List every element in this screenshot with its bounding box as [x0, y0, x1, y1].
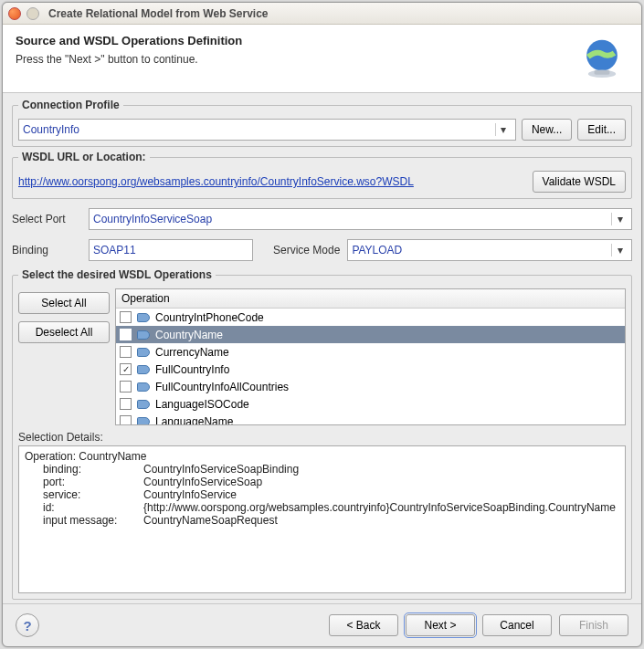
cancel-button[interactable]: Cancel [482, 614, 552, 636]
operation-label: CurrencyName [155, 346, 229, 359]
operation-icon [137, 400, 150, 409]
next-button[interactable]: Next > [406, 614, 475, 636]
globe-icon [577, 34, 627, 83]
operation-checkbox[interactable] [120, 381, 132, 393]
binding-label: Binding [12, 244, 81, 256]
footer: ? < Back Next > Cancel Finish [3, 603, 641, 646]
operation-icon [137, 382, 150, 392]
connection-profile-legend: Connection Profile [18, 99, 123, 111]
minimize-icon[interactable] [26, 7, 39, 20]
port-value: CountryInfoServiceSoap [93, 213, 212, 225]
operation-row[interactable]: LanguageName [116, 413, 625, 424]
operation-icon [137, 348, 150, 357]
operation-label: FullCountryInfoAllCountries [155, 381, 289, 393]
operation-label: LanguageISOCode [155, 398, 249, 411]
new-connection-button[interactable]: New... [522, 119, 572, 141]
page-heading: Source and WSDL Operations Definition [16, 34, 577, 47]
operation-icon [137, 330, 150, 340]
operation-checkbox[interactable] [120, 329, 132, 340]
operation-checkbox[interactable] [120, 311, 132, 323]
operation-label: CountryName [155, 329, 223, 341]
chevron-down-icon: ▾ [611, 213, 628, 225]
connection-profile-combo[interactable]: CountryInfo ▾ [18, 119, 516, 141]
header-panel: Source and WSDL Operations Definition Pr… [3, 25, 641, 93]
svg-rect-2 [595, 70, 610, 75]
operation-label: FullCountryInfo [155, 363, 229, 376]
window-title: Create Relational Model from Web Service [48, 7, 269, 20]
operation-label: LanguageName [155, 415, 233, 425]
finish-button: Finish [559, 614, 628, 636]
chevron-down-icon: ▾ [495, 123, 512, 136]
chevron-down-icon: ▾ [611, 244, 628, 256]
binding-field[interactable]: SOAP11 [89, 239, 253, 261]
operation-row[interactable]: CurrencyName [116, 343, 625, 361]
operation-row[interactable]: CountryName [116, 326, 625, 343]
wsdl-url-link[interactable]: http://www.oorspong.org/websamples.count… [18, 175, 527, 188]
operation-checkbox[interactable] [120, 363, 132, 375]
operations-group: Select the desired WSDL Operations Selec… [12, 268, 632, 600]
operation-icon [137, 417, 150, 425]
operation-icon [137, 313, 150, 322]
operation-row[interactable]: LanguageISOCode [116, 395, 625, 413]
operations-col-header: Operation [116, 289, 625, 309]
service-mode-label: Service Mode [273, 244, 340, 256]
operation-checkbox[interactable] [120, 398, 132, 410]
dialog-window: Create Relational Model from Web Service… [2, 2, 642, 647]
wsdl-group: WSDL URL or Location: http://www.oorspon… [12, 151, 632, 199]
select-all-button[interactable]: Select All [18, 292, 110, 314]
detail-operation: Operation: CountryName [25, 450, 619, 463]
operation-checkbox[interactable] [120, 415, 132, 424]
operation-icon [137, 365, 150, 374]
connection-profile-value: CountryInfo [23, 123, 79, 136]
operation-row[interactable]: FullCountryInfo [116, 361, 625, 378]
operations-table[interactable]: Operation CountryIntPhoneCodeCountryName… [115, 288, 626, 425]
operation-label: CountryIntPhoneCode [155, 311, 264, 324]
back-button[interactable]: < Back [329, 614, 398, 636]
selection-details-label: Selection Details: [18, 431, 626, 444]
connection-profile-group: Connection Profile CountryInfo ▾ New... … [12, 99, 632, 147]
operation-row[interactable]: CountryIntPhoneCode [116, 309, 625, 326]
port-combo[interactable]: CountryInfoServiceSoap ▾ [89, 208, 632, 230]
deselect-all-button[interactable]: Deselect All [18, 321, 110, 343]
operation-checkbox[interactable] [120, 346, 132, 358]
operation-row[interactable]: FullCountryInfoAllCountries [116, 378, 625, 395]
service-mode-value: PAYLOAD [352, 244, 402, 256]
edit-connection-button[interactable]: Edit... [577, 119, 626, 141]
selection-details-box[interactable]: Operation: CountryName binding:CountryIn… [18, 445, 626, 593]
close-icon[interactable] [8, 7, 21, 20]
operations-legend: Select the desired WSDL Operations [18, 268, 216, 281]
page-subheading: Press the "Next >" button to continue. [16, 53, 577, 66]
port-label: Select Port [12, 213, 81, 225]
titlebar[interactable]: Create Relational Model from Web Service [3, 3, 641, 25]
validate-wsdl-button[interactable]: Validate WSDL [533, 171, 626, 193]
service-mode-combo[interactable]: PAYLOAD ▾ [347, 239, 632, 261]
help-icon[interactable]: ? [16, 613, 39, 637]
binding-value: SOAP11 [93, 244, 136, 256]
wsdl-legend: WSDL URL or Location: [18, 151, 150, 163]
